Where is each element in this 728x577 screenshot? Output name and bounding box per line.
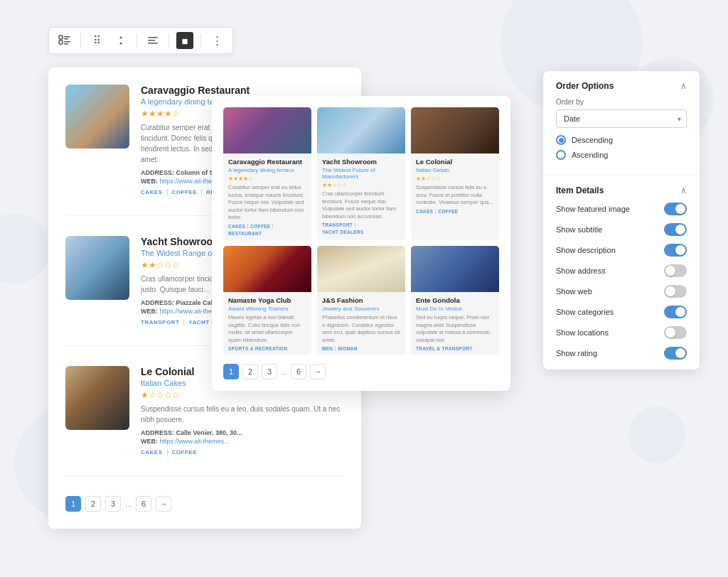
page-btn-1[interactable]: 1 <box>65 496 81 512</box>
toggle-switch-subtitle[interactable] <box>664 223 687 236</box>
toolbar-sep-1 <box>80 33 81 48</box>
grid-card-image <box>317 107 405 153</box>
grid-panel: Caravaggio Restaurant A legendary dining… <box>212 96 510 391</box>
item-web: WEB: https://www.ait-themes... <box>141 438 344 445</box>
toggle-knob <box>665 266 675 276</box>
page-dots: ... <box>125 500 132 508</box>
toggle-switch-description[interactable] <box>664 244 687 257</box>
tag: COFFEE <box>172 449 201 455</box>
grid-card-subtitle: Award Winning Trainers <box>228 306 306 312</box>
toggle-featured-image: Show featured image <box>556 203 687 215</box>
toggle-knob <box>675 348 685 358</box>
toggle-switch-locations[interactable] <box>664 326 687 339</box>
grid-tag: COFFEE <box>250 224 273 229</box>
toggle-rating: Show rating <box>556 347 687 360</box>
item-description: Suspendisse cursus felis eu a leo, duis … <box>141 404 344 425</box>
sort-icon[interactable] <box>112 32 129 49</box>
align-icon[interactable] <box>144 32 161 49</box>
grid-card-tags: CAKES COFFEE RESTAURANT <box>228 224 306 236</box>
list-view-icon[interactable] <box>56 32 73 49</box>
grid-page-btn-2[interactable]: 2 <box>242 364 258 379</box>
page-btn-6[interactable]: 6 <box>136 496 151 512</box>
grid-tag: YACHT DEALERS <box>322 230 366 234</box>
toggle-switch-rating[interactable] <box>664 347 687 360</box>
grid-card: Namaste Yoga Club Award Winning Trainers… <box>223 246 311 355</box>
grid-card-desc: Cras ullamcorper tincidunt tincidunt. Fu… <box>322 190 400 220</box>
toggle-switch-categories[interactable] <box>664 306 687 318</box>
item-stars: ★☆☆☆☆ <box>141 390 344 400</box>
grid-card-subtitle: Jewelry and Souvenirs <box>322 306 400 312</box>
grid-card-stars: ★★☆☆☆ <box>416 176 494 182</box>
grid-page-btn-1[interactable]: 1 <box>223 364 239 379</box>
toggle-knob <box>675 204 685 214</box>
descending-radio[interactable]: Descending <box>556 135 687 145</box>
grid-card-subtitle: Must Do In Venice <box>416 306 494 312</box>
order-direction-group: Descending Ascending <box>556 135 687 160</box>
grid-card-tags: TRAVEL & TRANSPORT <box>416 346 494 351</box>
toggle-label: Show address <box>556 266 606 275</box>
grid-page-btn-3[interactable]: 3 <box>262 364 277 379</box>
toggle-switch-featured-image[interactable] <box>664 203 687 215</box>
grid-pagination: 1 2 3 ... 6 → <box>223 364 499 379</box>
toggle-label: Show subtitle <box>556 225 602 234</box>
toggle-switch-address[interactable] <box>664 264 687 277</box>
grid-card-image <box>411 246 499 292</box>
toolbar: ⠿ ■ ⋮ <box>48 27 233 54</box>
ascending-radio[interactable]: Ascending <box>556 150 687 160</box>
grid-card-desc: Curabitur semper erat eu tellus luctus, … <box>228 184 306 222</box>
toggle-locations: Show locations <box>556 326 687 339</box>
grid-page-dots: ... <box>281 367 287 376</box>
svg-rect-4 <box>64 41 70 43</box>
toggle-knob <box>675 245 685 255</box>
grid-card-image <box>317 246 405 292</box>
grid-tag: TRAVEL & TRANSPORT <box>416 346 475 351</box>
web-link[interactable]: https://www.ait-themes... <box>160 438 230 445</box>
grid-card-desc: Phasellus condimentum et risus a digniss… <box>322 314 400 344</box>
toggle-knob <box>675 225 685 234</box>
address-label: ADDRESS: <box>141 299 174 306</box>
toggle-knob <box>665 286 675 296</box>
grid-page-btn-6[interactable]: 6 <box>291 364 306 379</box>
toggle-categories: Show categories <box>556 306 687 318</box>
toggle-knob <box>665 328 675 338</box>
page-btn-3[interactable]: 3 <box>105 496 121 512</box>
svg-rect-2 <box>64 38 68 40</box>
grid-tag: WOMAN <box>338 346 360 351</box>
grid-card-stars: ★★★★☆ <box>228 176 306 182</box>
grid-card: Ente Gondola Must Do In Venice Sed eu tu… <box>411 246 499 355</box>
page-btn-2[interactable]: 2 <box>85 496 101 512</box>
grid-card-subtitle: Italian Gelato <box>416 167 494 173</box>
tag: TRANSPORT <box>141 319 184 325</box>
toggle-label: Show description <box>556 246 616 254</box>
item-details-section: Item Details ∧ Show featured image Show … <box>543 176 700 370</box>
order-section: Order Options ∧ Order by Date Title Rati… <box>543 71 700 176</box>
grid-page-next-btn[interactable]: → <box>310 364 326 379</box>
order-section-title: Order Options <box>556 81 614 91</box>
grid-tag: TRANSPORT <box>322 222 355 227</box>
item-thumbnail <box>65 366 129 430</box>
web-label: WEB: <box>141 438 158 445</box>
chevron-up-icon[interactable]: ∧ <box>680 81 687 91</box>
page-next-btn[interactable]: → <box>156 496 171 512</box>
grid-container: Caravaggio Restaurant A legendary dining… <box>223 107 499 355</box>
grid-card-title: Caravaggio Restaurant <box>228 158 306 166</box>
svg-rect-5 <box>64 43 68 45</box>
chevron-up-icon-2[interactable]: ∧ <box>680 185 687 195</box>
grid-card-image <box>223 246 311 292</box>
ascending-radio-circle <box>556 150 566 160</box>
order-section-header: Order Options ∧ <box>556 81 687 91</box>
grid-card-subtitle: The Widest Future of Manufacturers <box>322 167 400 180</box>
grid-card-image <box>411 107 499 153</box>
toggle-knob <box>675 307 685 317</box>
more-icon[interactable]: ⋮ <box>208 32 225 49</box>
toggle-switch-web[interactable] <box>664 285 687 298</box>
grid-card-image <box>223 107 311 153</box>
grid-card-subtitle: A legendary dining terrace <box>228 167 306 173</box>
order-by-select[interactable]: Date Title Rating Random <box>556 109 687 128</box>
item-tags: CAKES COFFEE <box>141 449 344 455</box>
block-icon[interactable]: ■ <box>176 32 193 49</box>
descending-radio-circle <box>556 135 566 145</box>
item-thumbnail <box>65 85 129 149</box>
drag-icon[interactable]: ⠿ <box>88 32 105 49</box>
pagination: 1 2 3 ... 6 → <box>65 496 344 512</box>
